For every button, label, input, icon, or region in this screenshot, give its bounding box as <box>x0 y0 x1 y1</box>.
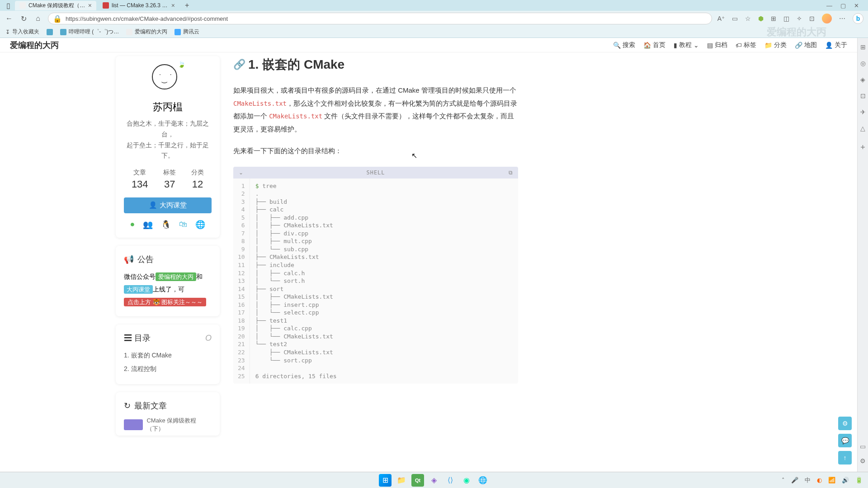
reader-icon[interactable]: A⁺ <box>717 15 725 22</box>
app-menu-icon[interactable]: ▯ <box>4 1 13 10</box>
bookmark-item[interactable]: 腾讯云 <box>175 28 199 36</box>
translate-icon[interactable]: ▭ <box>732 15 738 22</box>
browser-tab-1[interactable]: CMake 保姆级教程（下） | 爱编 × <box>15 1 96 10</box>
menu-icon[interactable]: ⋯ <box>839 15 845 22</box>
tab-title: list — CMake 3.26.3 Documenta <box>112 2 169 9</box>
bookmark-favicon <box>60 29 66 35</box>
minimize-button[interactable]: — <box>826 2 832 9</box>
close-button[interactable]: ✕ <box>854 2 859 9</box>
bing-button[interactable]: b <box>853 13 863 24</box>
extension-icon[interactable]: ⬢ <box>758 15 764 22</box>
refresh-button[interactable]: ↻ <box>19 14 28 23</box>
import-bookmarks[interactable]: ↧ 导入收藏夹 <box>5 28 39 36</box>
tab-favicon <box>103 2 109 9</box>
screenshot-icon[interactable]: ⊡ <box>809 15 815 22</box>
close-icon[interactable]: × <box>171 2 175 9</box>
lock-icon: 🔒 <box>53 14 62 23</box>
new-tab-button[interactable]: + <box>181 1 193 9</box>
split-icon[interactable]: ◫ <box>783 15 789 22</box>
bookmark-item[interactable]: 爱编程的大丙 <box>126 28 167 36</box>
url-text: https://subingwen.cn/cmake/CMake-advance… <box>66 15 707 22</box>
maximize-button[interactable]: ▢ <box>840 2 846 9</box>
collections-icon[interactable]: ✧ <box>797 15 802 22</box>
bookmark-favicon <box>126 29 132 35</box>
tab-title: CMake 保姆级教程（下） | 爱编 <box>28 2 85 9</box>
home-button[interactable]: ⌂ <box>33 14 42 23</box>
tab-bar: ▯ CMake 保姆级教程（下） | 爱编 × list — CMake 3.2… <box>0 0 868 11</box>
extensions-icon[interactable]: ⊞ <box>771 15 776 22</box>
bookmark-bar: ↧ 导入收藏夹 哔哩哔哩 (゜-゜)つ… 爱编程的大丙 腾讯云 爱编程的大丙 <box>0 26 868 38</box>
bookmark-favicon <box>175 29 181 35</box>
nav-bar: ← ↻ ⌂ 🔒 https://subingwen.cn/cmake/CMake… <box>0 11 868 26</box>
bookmark-item[interactable]: 哔哩哔哩 (゜-゜)つ… <box>60 28 119 36</box>
bookmark-favicon <box>47 29 53 35</box>
tab-favicon <box>19 2 26 9</box>
address-bar[interactable]: 🔒 https://subingwen.cn/cmake/CMake-advan… <box>48 13 712 24</box>
watermark-text: 爱编程的大丙 <box>767 25 863 38</box>
browser-tab-2[interactable]: list — CMake 3.26.3 Documenta × <box>98 1 179 10</box>
import-icon: ↧ <box>5 29 10 35</box>
close-icon[interactable]: × <box>88 2 92 9</box>
bookmark-item[interactable] <box>47 29 53 35</box>
favorite-icon[interactable]: ☆ <box>745 15 751 22</box>
back-button[interactable]: ← <box>5 14 14 23</box>
profile-icon[interactable] <box>822 14 832 23</box>
